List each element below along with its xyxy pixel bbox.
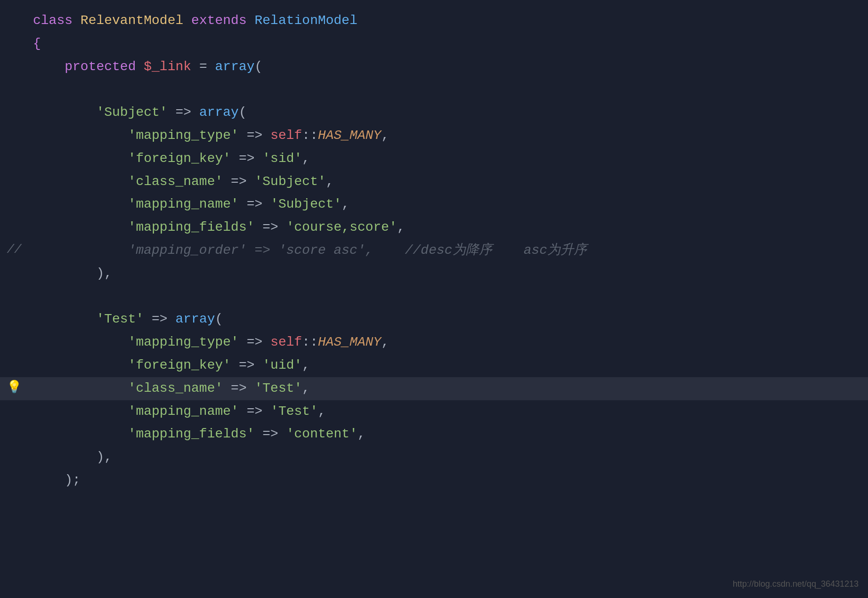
line-content-19: 'mapping_fields' => 'content', [28,424,868,445]
class-relevant: RelevantModel [81,13,183,28]
open-paren: ( [255,59,263,74]
comment-slash: // [7,240,21,260]
line-content-2: { [28,33,868,55]
str-subject-val: 'Subject' [255,174,326,189]
keyword-protected: protected [65,59,136,74]
code-line-1: class RelevantModel extends RelationMode… [0,9,868,32]
comma-8: , [302,381,310,396]
str-mapping-type: 'mapping_type' [128,128,239,143]
open-paren-3: ( [215,312,223,326]
watermark: http://blog.csdn.net/qq_36431213 [733,577,859,591]
gutter-17: 💡 [0,378,28,398]
code-line-7: 'foreign_key' => 'sid', [0,147,868,170]
line-content-1: class RelevantModel extends RelationMode… [28,10,868,32]
line-content-14: 'Test' => array( [28,309,868,330]
line-content-20: ), [28,447,868,468]
arrow-6: => [262,220,278,234]
line-content-16: 'foreign_key' => 'uid', [28,355,868,376]
close-paren-3: ); [65,473,81,487]
str-sid: 'sid' [262,151,302,166]
arrow-10: => [231,381,247,396]
comment-line: 'mapping_order' => 'score asc', //desc为降… [33,243,587,258]
str-mapping-name-1: 'mapping_name' [128,197,239,211]
line-content-21: ); [28,470,868,491]
code-line-12: ), [0,262,868,285]
comma-2: , [302,151,310,166]
keyword-class: class [33,13,73,28]
arrow-12: => [262,427,278,441]
line-content-5: 'Subject' => array( [28,102,868,123]
str-content: 'content' [286,427,357,441]
code-line-15: 'mapping_type' => self::HAS_MANY, [0,331,868,354]
code-line-20: ), [0,446,868,469]
comma-5: , [397,220,405,234]
arrow-3: => [239,151,255,166]
line-content-6: 'mapping_type' => self::HAS_MANY, [28,125,868,146]
line-content-13 [28,286,868,307]
str-foreign-key: 'foreign_key' [128,151,231,166]
code-line-10: 'mapping_fields' => 'course,score', [0,216,868,239]
code-line-4 [0,78,868,101]
close-paren-1: ), [96,266,112,281]
code-line-2: { [0,32,868,56]
str-subject-name: 'Subject' [270,197,341,211]
code-line-5: 'Subject' => array( [0,101,868,124]
code-line-14: 'Test' => array( [0,308,868,331]
code-editor: class RelevantModel extends RelationMode… [0,0,868,598]
code-line-17: 💡 'class_name' => 'Test', [0,377,868,400]
double-colon-1: :: [302,128,318,143]
gutter-11: // [0,240,28,260]
code-line-16: 'foreign_key' => 'uid', [0,354,868,377]
fn-array: array [215,59,255,74]
code-line-6: 'mapping_type' => self::HAS_MANY, [0,124,868,147]
str-mapping-fields-1: 'mapping_fields' [128,220,255,234]
arrow-1: => [175,105,191,120]
open-brace: { [33,36,41,51]
comma-4: , [341,197,349,211]
str-test: 'Test' [96,312,144,326]
arrow-4: => [231,174,247,189]
line-content-15: 'mapping_type' => self::HAS_MANY, [28,332,868,353]
arrow-2: => [247,128,263,143]
str-subject: 'Subject' [96,105,167,120]
str-mapping-type-2: 'mapping_type' [128,335,239,349]
str-test-name: 'Test' [270,404,318,419]
code-line-3: protected $_link = array( [0,56,868,79]
class-relation: RelationModel [255,13,357,28]
comma-3: , [326,174,334,189]
line-content-12: ), [28,263,868,284]
str-test-val: 'Test' [255,381,302,396]
comma-9: , [318,404,326,419]
code-line-8: 'class_name' => 'Subject', [0,170,868,194]
arrow-7: => [152,312,168,326]
comma-7: , [302,358,310,372]
fn-array-3: array [175,312,215,326]
comma-6: , [381,335,389,349]
self-kw-1: self [270,128,302,143]
line-content-17: 'class_name' => 'Test', [28,378,868,399]
line-content-3: protected $_link = array( [28,57,868,78]
double-colon-2: :: [302,335,318,349]
line-content-18: 'mapping_name' => 'Test', [28,401,868,422]
close-paren-2: ), [96,450,112,464]
str-mapping-name-2: 'mapping_name' [128,404,239,419]
arrow-11: => [247,404,263,419]
line-content-11: 'mapping_order' => 'score asc', //desc为降… [28,240,868,261]
code-line-9: 'mapping_name' => 'Subject', [0,193,868,216]
self-kw-2: self [270,335,302,349]
comma-1: , [381,128,389,143]
arrow-5: => [247,197,263,211]
code-line-18: 'mapping_name' => 'Test', [0,400,868,423]
code-line-11: // 'mapping_order' => 'score asc', //des… [0,239,868,262]
line-content-7: 'foreign_key' => 'sid', [28,148,868,170]
code-line-21: ); [0,469,868,492]
str-mapping-fields-2: 'mapping_fields' [128,427,255,441]
arrow-9: => [239,358,255,372]
str-class-name-2: 'class_name' [128,381,223,396]
arrow-8: => [247,335,263,349]
open-paren-2: ( [239,105,247,120]
op-eq: = [199,59,207,74]
line-content-4 [28,79,868,100]
code-line-19: 'mapping_fields' => 'content', [0,423,868,446]
fn-array-2: array [199,105,239,120]
